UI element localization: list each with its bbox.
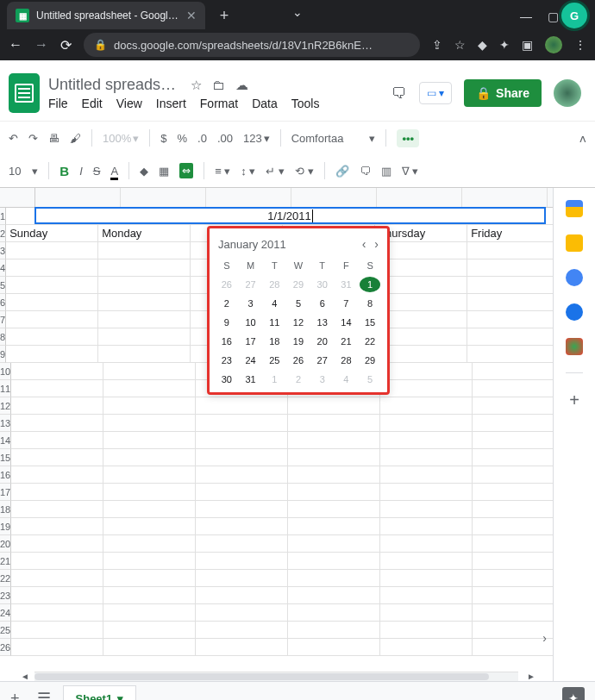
cell[interactable] (196, 639, 288, 656)
cell[interactable] (288, 570, 380, 587)
maximize-icon[interactable]: ▢ (548, 9, 559, 23)
calendar-day[interactable]: 28 (264, 277, 285, 292)
browser-tab[interactable]: ▦ Untitled spreadsheet - Google Sh ✕ (7, 2, 205, 29)
bold-button[interactable]: B (60, 164, 69, 178)
cell[interactable] (467, 294, 553, 311)
scroll-right-icon[interactable]: ► (527, 672, 536, 681)
cell[interactable] (288, 535, 380, 553)
decrease-decimal[interactable]: .0 (197, 132, 207, 145)
toolbar-collapse-icon[interactable]: ᴧ (579, 132, 586, 145)
cell[interactable] (380, 380, 473, 397)
sheet-tab-menu-icon[interactable]: ▾ (117, 692, 123, 700)
cell[interactable] (11, 535, 103, 553)
forward-icon[interactable]: → (34, 37, 48, 53)
increase-decimal[interactable]: .00 (217, 132, 233, 145)
cell[interactable] (196, 397, 288, 415)
cell[interactable] (103, 535, 196, 553)
cell[interactable] (11, 501, 103, 518)
row-header[interactable]: 9 (0, 346, 6, 363)
borders-button[interactable]: ▦ (159, 165, 169, 178)
cell[interactable] (103, 553, 196, 570)
cell[interactable] (196, 535, 288, 553)
cell[interactable] (196, 570, 288, 587)
row-header[interactable]: 5 (0, 277, 6, 294)
cell[interactable] (380, 432, 473, 449)
cell[interactable] (380, 501, 473, 518)
calendar-day[interactable]: 2 (216, 296, 237, 311)
format-percent[interactable]: % (177, 132, 187, 145)
more-formats[interactable]: 123 ▾ (243, 132, 270, 145)
cell[interactable] (288, 622, 380, 639)
star-icon[interactable]: ☆ (191, 78, 202, 93)
calendar-day[interactable]: 7 (336, 296, 357, 311)
cell[interactable] (103, 501, 196, 518)
calendar-day[interactable]: 23 (216, 353, 237, 368)
cell[interactable] (288, 466, 380, 484)
row-header[interactable]: 21 (0, 553, 11, 570)
row-header[interactable]: 15 (0, 449, 11, 466)
cell[interactable] (6, 311, 98, 328)
cell[interactable] (380, 622, 473, 639)
cell[interactable] (473, 518, 553, 535)
calendar-day[interactable]: 18 (264, 334, 285, 349)
account-avatar[interactable] (554, 79, 581, 107)
cell[interactable] (473, 432, 553, 449)
cell[interactable] (196, 622, 288, 639)
cell[interactable] (103, 639, 196, 656)
calendar-day[interactable]: 24 (241, 353, 261, 368)
cell[interactable] (11, 570, 103, 587)
calendar-day[interactable]: 3 (312, 372, 333, 387)
italic-button[interactable]: I (79, 165, 83, 178)
cell[interactable] (6, 242, 98, 259)
profile-avatar[interactable] (545, 36, 562, 53)
calendar-day[interactable]: 26 (216, 277, 237, 292)
cell[interactable] (103, 380, 196, 397)
cell[interactable] (11, 604, 103, 622)
calendar-day[interactable]: 4 (264, 296, 285, 311)
print-icon[interactable]: 🖶 (48, 132, 60, 145)
row-header[interactable]: 8 (0, 328, 6, 346)
calendar-day[interactable]: 31 (336, 277, 357, 292)
cell[interactable] (11, 380, 103, 397)
hide-sidepanel-icon[interactable]: › (542, 631, 547, 645)
cell[interactable] (473, 466, 553, 484)
calendar-day[interactable]: 10 (241, 315, 261, 330)
cell[interactable] (380, 415, 473, 432)
active-cell-editor[interactable]: 1/1/2011 (34, 207, 546, 224)
cell[interactable] (288, 639, 380, 656)
chart-button[interactable]: ▥ (381, 165, 391, 178)
cell[interactable] (288, 553, 380, 570)
calendar-day[interactable]: 9 (216, 315, 237, 330)
keep-sidepanel-icon[interactable] (566, 234, 583, 252)
cell[interactable] (288, 432, 380, 449)
calendar-day[interactable]: 30 (312, 277, 333, 292)
calendar-day[interactable]: 3 (241, 296, 261, 311)
toolbar-overflow[interactable]: ••• (397, 129, 419, 147)
strike-button[interactable]: S (93, 165, 101, 178)
select-all-corner[interactable] (0, 188, 35, 207)
cell[interactable] (473, 553, 553, 570)
sidepanel-toggle-icon[interactable]: ▣ (522, 38, 533, 52)
chrome-dropdown-icon[interactable]: ⌄ (292, 5, 303, 19)
calendar-day[interactable]: 21 (336, 334, 357, 349)
cell[interactable] (103, 432, 196, 449)
row-header[interactable]: 6 (0, 294, 6, 311)
row-header[interactable]: 23 (0, 587, 11, 604)
chrome-menu-icon[interactable]: ⋮ (574, 38, 586, 52)
row-header[interactable]: 14 (0, 432, 11, 449)
cell[interactable] (103, 415, 196, 432)
cell[interactable] (473, 415, 553, 432)
cell[interactable] (11, 518, 103, 535)
scroll-left-icon[interactable]: ◄ (21, 672, 29, 681)
cell[interactable] (380, 553, 473, 570)
calendar-day[interactable]: 19 (288, 334, 309, 349)
cell[interactable] (103, 484, 196, 501)
comment-button[interactable]: 🗨 (360, 165, 371, 178)
cell[interactable] (6, 346, 98, 363)
redo-icon[interactable]: ↷ (28, 132, 38, 145)
cell[interactable] (473, 501, 553, 518)
cell[interactable] (467, 259, 553, 277)
calendar-day[interactable]: 25 (264, 353, 285, 368)
share-url-icon[interactable]: ⇪ (432, 38, 442, 52)
cell[interactable] (288, 484, 380, 501)
